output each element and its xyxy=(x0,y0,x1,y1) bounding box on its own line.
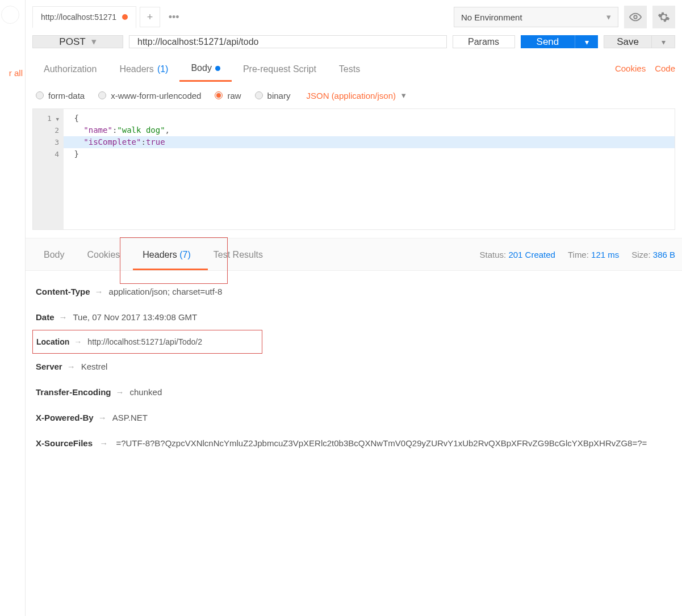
send-options-button[interactable]: ▾ xyxy=(575,35,598,48)
save-options-button[interactable]: ▾ xyxy=(652,36,675,48)
sidebar: r all xyxy=(0,0,26,616)
response-header-name: Content-Type xyxy=(36,287,90,296)
response-header-value: ASP.NET xyxy=(112,413,148,422)
http-method-select[interactable]: POST ▾ xyxy=(32,35,123,48)
body-type-label: binary xyxy=(267,91,291,100)
request-tab-title: http://localhost:51271 xyxy=(41,12,116,22)
params-button[interactable]: Params xyxy=(453,35,515,48)
gear-icon xyxy=(658,11,670,23)
response-header-row: Server → Kestrel xyxy=(32,354,675,379)
settings-button[interactable] xyxy=(652,6,675,28)
highlight-box-location-header: Location → http://localhost:51271/api/To… xyxy=(32,330,262,354)
chevron-down-icon: ▾ xyxy=(401,90,406,100)
chevron-down-icon: ▾ xyxy=(91,36,97,48)
eye-icon xyxy=(629,11,642,23)
response-headers-list: Content-Type → application/json; charset… xyxy=(26,271,682,479)
response-header-value: =?UTF-8?B?QzpcVXNlcnNcYmluZ2JpbmcuZ3VpXE… xyxy=(116,438,647,448)
content-type-select[interactable]: JSON (application/json) ▾ xyxy=(306,90,406,100)
body-editor[interactable]: 1 ▼ 2 3 4 { "name":"walk dog", "isComple… xyxy=(32,108,675,230)
response-tab-cookies[interactable]: Cookies xyxy=(76,238,131,270)
send-button[interactable]: Send xyxy=(521,35,576,48)
response-size: 386 B xyxy=(653,250,675,259)
ellipsis-icon: ••• xyxy=(169,11,179,23)
response-tab-test-results[interactable]: Test Results xyxy=(202,238,274,270)
request-url-text: http://localhost:51271/api/todo xyxy=(137,37,259,47)
response-header-value: application/json; charset=utf-8 xyxy=(109,287,223,296)
response-tab-headers-label: Headers xyxy=(143,250,177,259)
response-tab-headers-count: (7) xyxy=(179,250,191,259)
tab-headers-count: (1) xyxy=(157,64,169,74)
radio-selected-icon xyxy=(215,91,223,99)
arrow-right-icon: → xyxy=(99,438,108,448)
body-type-urlencoded[interactable]: x-www-form-urlencoded xyxy=(98,91,201,100)
sidebar-link[interactable]: r all xyxy=(9,68,23,78)
tab-body[interactable]: Body xyxy=(179,55,231,82)
chevron-down-icon: ▾ xyxy=(662,37,666,47)
response-header-name: X-SourceFiles xyxy=(36,438,93,448)
response-status: 201 Created xyxy=(508,250,555,259)
unsaved-indicator-icon xyxy=(122,14,128,20)
sidebar-avatar xyxy=(1,6,19,24)
arrow-right-icon: → xyxy=(74,337,82,346)
arrow-right-icon: → xyxy=(67,362,76,371)
editor-content[interactable]: { "name":"walk dog", "isComplete":true } xyxy=(64,109,675,229)
modified-indicator-icon xyxy=(215,66,220,71)
radio-icon xyxy=(255,91,263,99)
code-link[interactable]: Code xyxy=(655,64,675,73)
body-type-raw[interactable]: raw xyxy=(215,91,241,100)
request-url-input[interactable]: http://localhost:51271/api/todo xyxy=(129,35,447,48)
save-button[interactable]: Save xyxy=(604,36,652,48)
arrow-right-icon: → xyxy=(98,413,107,422)
chevron-down-icon: ▾ xyxy=(585,37,589,47)
svg-point-0 xyxy=(634,15,637,19)
arrow-right-icon: → xyxy=(95,287,103,296)
environment-quicklook-button[interactable] xyxy=(624,6,647,28)
response-header-name: Transfer-Encoding xyxy=(36,387,111,397)
response-header-row: X-Powered-By → ASP.NET xyxy=(32,405,675,430)
response-header-row: Date → Tue, 07 Nov 2017 13:49:08 GMT xyxy=(32,304,675,330)
tab-options-button[interactable]: ••• xyxy=(164,7,184,27)
response-meta: Status: 201 Created Time: 121 ms Size: 3… xyxy=(480,250,676,259)
radio-icon xyxy=(98,91,106,99)
response-header-row: Transfer-Encoding → chunked xyxy=(32,379,675,405)
response-tab-body[interactable]: Body xyxy=(32,238,76,270)
response-header-value: Tue, 07 Nov 2017 13:49:08 GMT xyxy=(73,312,198,322)
tab-body-label: Body xyxy=(191,63,211,73)
editor-gutter: 1 ▼ 2 3 4 xyxy=(33,109,64,229)
tab-tests[interactable]: Tests xyxy=(328,56,371,81)
plus-icon: + xyxy=(147,11,153,23)
response-time: 121 ms xyxy=(591,250,619,259)
response-header-name: Server xyxy=(36,362,62,371)
body-type-label: raw xyxy=(227,91,241,100)
tab-headers-label: Headers xyxy=(119,64,153,74)
body-type-label: x-www-form-urlencoded xyxy=(111,91,201,100)
response-header-row: Content-Type → application/json; charset… xyxy=(32,279,675,304)
response-header-value: Kestrel xyxy=(81,362,108,371)
response-header-name: X-Powered-By xyxy=(36,413,94,422)
radio-icon xyxy=(36,91,44,99)
content-type-label: JSON (application/json) xyxy=(306,91,396,100)
tab-prerequest-script[interactable]: Pre-request Script xyxy=(232,56,328,81)
chevron-down-icon: ▾ xyxy=(606,12,611,22)
new-tab-button[interactable]: + xyxy=(140,7,160,27)
tab-headers[interactable]: Headers (1) xyxy=(108,56,179,81)
body-type-form-data[interactable]: form-data xyxy=(36,91,85,100)
response-header-value: http://localhost:51271/api/Todo/2 xyxy=(87,337,202,346)
response-header-row: X-SourceFiles → =?UTF-8?B?QzpcVXNlcnNcYm… xyxy=(32,430,675,456)
active-tab-indicator xyxy=(133,269,208,270)
arrow-right-icon: → xyxy=(59,312,68,322)
request-tab[interactable]: http://localhost:51271 xyxy=(32,6,136,28)
arrow-right-icon: → xyxy=(116,387,124,397)
environment-select[interactable]: No Environment ▾ xyxy=(454,7,618,27)
body-type-label: form-data xyxy=(48,91,85,100)
http-method-label: POST xyxy=(59,36,85,48)
response-tab-headers[interactable]: Headers (7) xyxy=(131,238,202,270)
environment-label: No Environment xyxy=(461,12,522,22)
tab-authorization[interactable]: Authorization xyxy=(32,56,108,81)
response-header-name: Date xyxy=(36,312,55,322)
cookies-link[interactable]: Cookies xyxy=(615,64,646,73)
body-type-binary[interactable]: binary xyxy=(255,91,291,100)
response-header-value: chunked xyxy=(130,387,162,397)
response-header-name: Location xyxy=(36,337,69,346)
